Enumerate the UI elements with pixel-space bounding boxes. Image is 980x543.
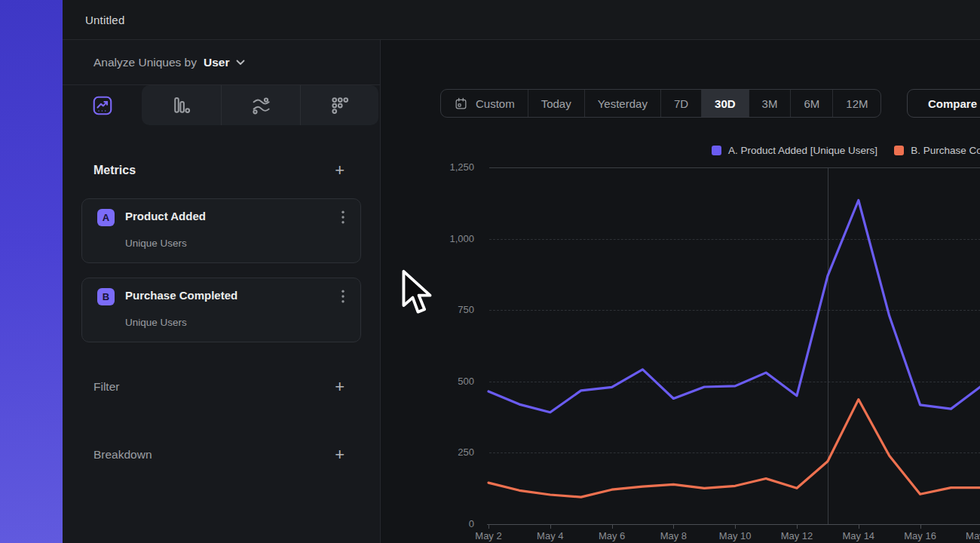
metric-badge-a: A <box>97 209 115 226</box>
tab-bar-chart[interactable] <box>142 85 221 125</box>
legend-swatch <box>894 146 904 155</box>
x-axis-tick <box>859 524 859 529</box>
x-axis-tick-label: May 14 <box>835 530 883 541</box>
app-panel: Untitled Analyze Uniques by User <box>63 0 980 543</box>
y-axis-tick-label: 500 <box>411 376 474 388</box>
kebab-icon <box>341 290 345 303</box>
metric-menu-button[interactable] <box>335 208 351 226</box>
tab-dot-grid[interactable] <box>300 85 379 125</box>
x-axis-tick-label: May 8 <box>649 530 697 541</box>
kebab-icon <box>341 210 345 224</box>
x-axis-tick-label: May 10 <box>711 530 759 541</box>
analyze-label: Analyze Uniques by <box>93 56 197 69</box>
legend-label: B. Purchase Completed [Unique Users] <box>911 145 980 156</box>
add-filter-button[interactable]: + <box>335 379 345 394</box>
series-line-B[interactable] <box>488 400 980 498</box>
x-axis-tick-label: May 12 <box>773 530 821 541</box>
x-axis-tick <box>488 524 489 529</box>
report-title[interactable]: Untitled <box>85 14 124 26</box>
legend-item[interactable]: A. Product Added [Unique Users] <box>712 145 877 156</box>
filter-label: Filter <box>93 380 119 394</box>
line-series-plot[interactable] <box>488 167 980 524</box>
dot-grid-icon <box>329 94 351 117</box>
flow-chart-icon <box>250 94 272 117</box>
metric-menu-button[interactable] <box>335 287 351 305</box>
x-axis-tick-label: May 18 <box>957 530 980 541</box>
app-window: Untitled Analyze Uniques by User <box>0 0 980 543</box>
chevron-down-icon[interactable] <box>236 60 245 66</box>
mouse-cursor <box>399 269 435 317</box>
add-breakdown-button[interactable]: + <box>335 447 345 462</box>
y-axis-tick-label: 1,250 <box>411 161 474 173</box>
range-12m[interactable]: 12M <box>833 90 880 117</box>
line-chart-icon <box>91 94 114 117</box>
series-line-A[interactable] <box>488 201 980 413</box>
x-axis-tick-label: May 16 <box>896 530 945 541</box>
metric-badge-b: B <box>97 288 115 305</box>
range-6m[interactable]: 6M <box>791 90 833 117</box>
date-range-group: CustomTodayYesterday7D30D3M6M12M <box>440 89 881 118</box>
metrics-title: Metrics <box>93 164 136 177</box>
tab-line-chart[interactable] <box>63 85 142 125</box>
legend-label: A. Product Added [Unique Users] <box>728 145 877 156</box>
y-axis-tick-label: 1,000 <box>411 233 474 245</box>
x-axis-tick-label: May 2 <box>464 530 513 541</box>
sidebar: Analyze Uniques by User <box>63 40 381 543</box>
analyze-row: Analyze Uniques by User <box>63 40 380 85</box>
x-axis-line <box>487 524 980 525</box>
x-axis-tick <box>550 524 551 529</box>
x-axis-tick <box>673 524 674 529</box>
y-axis-tick-label: 0 <box>411 518 474 530</box>
analyze-value-dropdown[interactable]: User <box>204 56 229 69</box>
breakdown-section: Breakdown + <box>93 443 345 466</box>
background-gradient-strip <box>0 0 63 543</box>
topbar: Untitled <box>63 0 980 40</box>
metric-measure: Unique Users <box>125 238 187 249</box>
metric-measure: Unique Users <box>125 317 187 328</box>
tab-flow-chart[interactable] <box>221 85 300 125</box>
metric-card-purchase-completed[interactable]: B Purchase Completed Unique Users <box>81 278 361 342</box>
chart-legend: A. Product Added [Unique Users]B. Purcha… <box>712 143 980 158</box>
range-yesterday[interactable]: Yesterday <box>585 90 661 117</box>
x-axis-tick <box>797 524 798 529</box>
range-today[interactable]: Today <box>528 90 585 117</box>
breakdown-label: Breakdown <box>93 448 152 462</box>
compare-button[interactable]: Compare <box>907 89 980 118</box>
range-custom[interactable]: Custom <box>441 90 528 117</box>
chart-type-tabs <box>63 85 380 126</box>
range-30d[interactable]: 30D <box>702 90 749 117</box>
x-axis-tick-label: May 6 <box>588 530 636 541</box>
x-axis-tick <box>920 524 921 529</box>
metric-name: Product Added <box>125 210 206 222</box>
metric-name: Purchase Completed <box>125 289 237 302</box>
filter-section: Filter + <box>93 376 345 398</box>
add-metric-button[interactable]: + <box>335 163 345 178</box>
x-axis-tick <box>612 524 613 529</box>
legend-item[interactable]: B. Purchase Completed [Unique Users] <box>894 145 980 156</box>
metric-card-product-added[interactable]: A Product Added Unique Users <box>81 198 361 263</box>
bar-chart-icon <box>170 94 193 117</box>
range-7d[interactable]: 7D <box>661 90 702 117</box>
range-3m[interactable]: 3M <box>749 90 792 117</box>
legend-swatch <box>712 146 721 155</box>
metrics-header: Metrics + <box>93 161 345 180</box>
x-axis-tick <box>735 524 736 529</box>
calendar-icon <box>454 97 468 111</box>
chart-panel: CustomTodayYesterday7D30D3M6M12M Compare… <box>381 40 980 543</box>
y-axis-tick-label: 250 <box>411 446 474 459</box>
x-axis-tick-label: May 4 <box>526 530 574 541</box>
